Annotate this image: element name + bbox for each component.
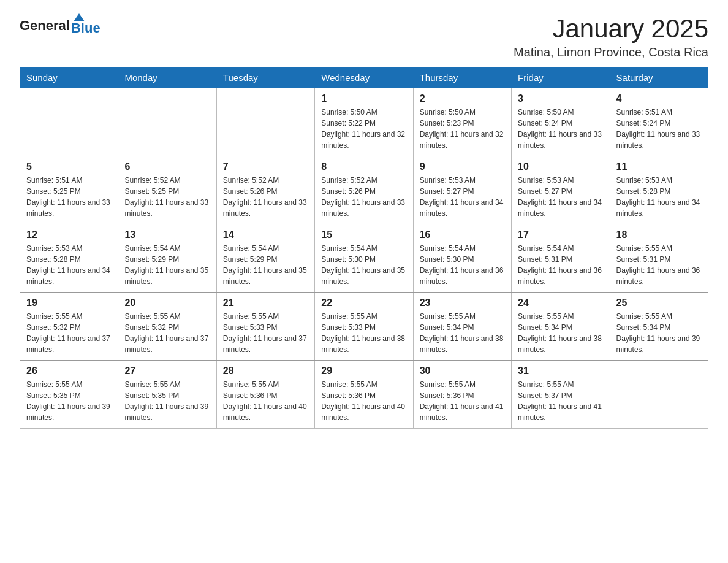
day-number: 26 (26, 366, 112, 377)
calendar-cell: 28Sunrise: 5:55 AMSunset: 5:36 PMDayligh… (216, 361, 314, 429)
calendar-cell: 29Sunrise: 5:55 AMSunset: 5:36 PMDayligh… (315, 361, 413, 429)
calendar-cell: 17Sunrise: 5:54 AMSunset: 5:31 PMDayligh… (512, 224, 610, 293)
calendar-cell: 20Sunrise: 5:55 AMSunset: 5:32 PMDayligh… (118, 293, 216, 361)
day-number: 9 (420, 161, 505, 172)
month-title: January 2025 (514, 15, 708, 43)
day-info: Sunrise: 5:51 AMSunset: 5:25 PMDaylight:… (26, 175, 112, 219)
calendar-cell: 26Sunrise: 5:55 AMSunset: 5:35 PMDayligh… (20, 361, 118, 429)
day-number: 10 (518, 161, 603, 172)
day-info: Sunrise: 5:51 AMSunset: 5:24 PMDaylight:… (616, 107, 702, 151)
day-info: Sunrise: 5:55 AMSunset: 5:32 PMDaylight:… (124, 311, 210, 355)
day-info: Sunrise: 5:55 AMSunset: 5:36 PMDaylight:… (321, 379, 406, 423)
day-info: Sunrise: 5:55 AMSunset: 5:37 PMDaylight:… (518, 379, 603, 423)
day-info: Sunrise: 5:55 AMSunset: 5:33 PMDaylight:… (223, 311, 308, 355)
day-number: 16 (420, 229, 505, 240)
title-block: January 2025 Matina, Limon Province, Cos… (514, 15, 708, 59)
page-header: General Blue January 2025 Matina, Limon … (20, 15, 708, 59)
calendar-row-4: 26Sunrise: 5:55 AMSunset: 5:35 PMDayligh… (20, 361, 708, 429)
weekday-header-saturday: Saturday (610, 67, 708, 88)
calendar-row-0: 1Sunrise: 5:50 AMSunset: 5:22 PMDaylight… (20, 88, 708, 156)
calendar-cell: 25Sunrise: 5:55 AMSunset: 5:34 PMDayligh… (610, 293, 708, 361)
calendar-cell (610, 361, 708, 429)
weekday-header-sunday: Sunday (20, 67, 118, 88)
calendar-cell: 21Sunrise: 5:55 AMSunset: 5:33 PMDayligh… (216, 293, 314, 361)
calendar-cell: 24Sunrise: 5:55 AMSunset: 5:34 PMDayligh… (512, 293, 610, 361)
day-number: 3 (518, 93, 603, 104)
day-info: Sunrise: 5:50 AMSunset: 5:22 PMDaylight:… (321, 107, 406, 151)
day-info: Sunrise: 5:50 AMSunset: 5:24 PMDaylight:… (518, 107, 603, 151)
day-number: 7 (223, 161, 308, 172)
day-number: 12 (26, 229, 112, 240)
calendar-cell: 12Sunrise: 5:53 AMSunset: 5:28 PMDayligh… (20, 224, 118, 293)
calendar-cell: 22Sunrise: 5:55 AMSunset: 5:33 PMDayligh… (315, 293, 413, 361)
calendar-cell: 13Sunrise: 5:54 AMSunset: 5:29 PMDayligh… (118, 224, 216, 293)
day-info: Sunrise: 5:55 AMSunset: 5:34 PMDaylight:… (420, 311, 505, 355)
day-number: 21 (223, 297, 308, 308)
weekday-header-friday: Friday (512, 67, 610, 88)
day-number: 8 (321, 161, 406, 172)
calendar-cell: 6Sunrise: 5:52 AMSunset: 5:25 PMDaylight… (118, 156, 216, 224)
calendar-cell (118, 88, 216, 156)
day-info: Sunrise: 5:55 AMSunset: 5:36 PMDaylight:… (223, 379, 308, 423)
calendar-cell (216, 88, 314, 156)
calendar-cell: 27Sunrise: 5:55 AMSunset: 5:35 PMDayligh… (118, 361, 216, 429)
calendar-row-2: 12Sunrise: 5:53 AMSunset: 5:28 PMDayligh… (20, 224, 708, 293)
day-number: 1 (321, 93, 406, 104)
calendar-cell: 30Sunrise: 5:55 AMSunset: 5:36 PMDayligh… (413, 361, 511, 429)
day-info: Sunrise: 5:54 AMSunset: 5:29 PMDaylight:… (124, 243, 210, 287)
calendar-cell: 10Sunrise: 5:53 AMSunset: 5:27 PMDayligh… (512, 156, 610, 224)
day-info: Sunrise: 5:55 AMSunset: 5:33 PMDaylight:… (321, 311, 406, 355)
day-number: 31 (518, 366, 603, 377)
calendar-cell: 2Sunrise: 5:50 AMSunset: 5:23 PMDaylight… (413, 88, 511, 156)
day-info: Sunrise: 5:55 AMSunset: 5:34 PMDaylight:… (518, 311, 603, 355)
calendar-row-1: 5Sunrise: 5:51 AMSunset: 5:25 PMDaylight… (20, 156, 708, 224)
day-info: Sunrise: 5:52 AMSunset: 5:26 PMDaylight:… (223, 175, 308, 219)
logo: General Blue (20, 15, 100, 36)
day-info: Sunrise: 5:55 AMSunset: 5:32 PMDaylight:… (26, 311, 112, 355)
weekday-header-monday: Monday (118, 67, 216, 88)
weekday-header-tuesday: Tuesday (216, 67, 314, 88)
calendar-cell: 3Sunrise: 5:50 AMSunset: 5:24 PMDaylight… (512, 88, 610, 156)
calendar-cell: 14Sunrise: 5:54 AMSunset: 5:29 PMDayligh… (216, 224, 314, 293)
logo-text-general: General (20, 18, 70, 34)
calendar-cell: 4Sunrise: 5:51 AMSunset: 5:24 PMDaylight… (610, 88, 708, 156)
calendar-cell: 31Sunrise: 5:55 AMSunset: 5:37 PMDayligh… (512, 361, 610, 429)
day-number: 29 (321, 366, 406, 377)
calendar-cell (20, 88, 118, 156)
day-number: 18 (616, 229, 702, 240)
calendar-cell: 19Sunrise: 5:55 AMSunset: 5:32 PMDayligh… (20, 293, 118, 361)
calendar-row-3: 19Sunrise: 5:55 AMSunset: 5:32 PMDayligh… (20, 293, 708, 361)
calendar-cell: 18Sunrise: 5:55 AMSunset: 5:31 PMDayligh… (610, 224, 708, 293)
day-number: 15 (321, 229, 406, 240)
day-info: Sunrise: 5:53 AMSunset: 5:28 PMDaylight:… (26, 243, 112, 287)
day-info: Sunrise: 5:53 AMSunset: 5:27 PMDaylight:… (518, 175, 603, 219)
calendar-table: SundayMondayTuesdayWednesdayThursdayFrid… (20, 67, 708, 429)
day-number: 11 (616, 161, 702, 172)
calendar-cell: 15Sunrise: 5:54 AMSunset: 5:30 PMDayligh… (315, 224, 413, 293)
day-info: Sunrise: 5:55 AMSunset: 5:34 PMDaylight:… (616, 311, 702, 355)
calendar-cell: 9Sunrise: 5:53 AMSunset: 5:27 PMDaylight… (413, 156, 511, 224)
calendar-cell: 23Sunrise: 5:55 AMSunset: 5:34 PMDayligh… (413, 293, 511, 361)
day-info: Sunrise: 5:54 AMSunset: 5:30 PMDaylight:… (420, 243, 505, 287)
day-info: Sunrise: 5:52 AMSunset: 5:25 PMDaylight:… (124, 175, 210, 219)
day-info: Sunrise: 5:55 AMSunset: 5:35 PMDaylight:… (26, 379, 112, 423)
calendar-cell: 16Sunrise: 5:54 AMSunset: 5:30 PMDayligh… (413, 224, 511, 293)
day-number: 4 (616, 93, 702, 104)
day-number: 27 (124, 366, 210, 377)
day-info: Sunrise: 5:53 AMSunset: 5:28 PMDaylight:… (616, 175, 702, 219)
calendar-cell: 11Sunrise: 5:53 AMSunset: 5:28 PMDayligh… (610, 156, 708, 224)
weekday-header-wednesday: Wednesday (315, 67, 413, 88)
day-number: 5 (26, 161, 112, 172)
day-number: 2 (420, 93, 505, 104)
day-info: Sunrise: 5:50 AMSunset: 5:23 PMDaylight:… (420, 107, 505, 151)
day-number: 23 (420, 297, 505, 308)
day-number: 19 (26, 297, 112, 308)
calendar-cell: 7Sunrise: 5:52 AMSunset: 5:26 PMDaylight… (216, 156, 314, 224)
day-number: 14 (223, 229, 308, 240)
weekday-header-row: SundayMondayTuesdayWednesdayThursdayFrid… (20, 67, 708, 88)
day-number: 24 (518, 297, 603, 308)
weekday-header-thursday: Thursday (413, 67, 511, 88)
calendar-cell: 1Sunrise: 5:50 AMSunset: 5:22 PMDaylight… (315, 88, 413, 156)
location-title: Matina, Limon Province, Costa Rica (514, 45, 708, 59)
calendar-cell: 8Sunrise: 5:52 AMSunset: 5:26 PMDaylight… (315, 156, 413, 224)
